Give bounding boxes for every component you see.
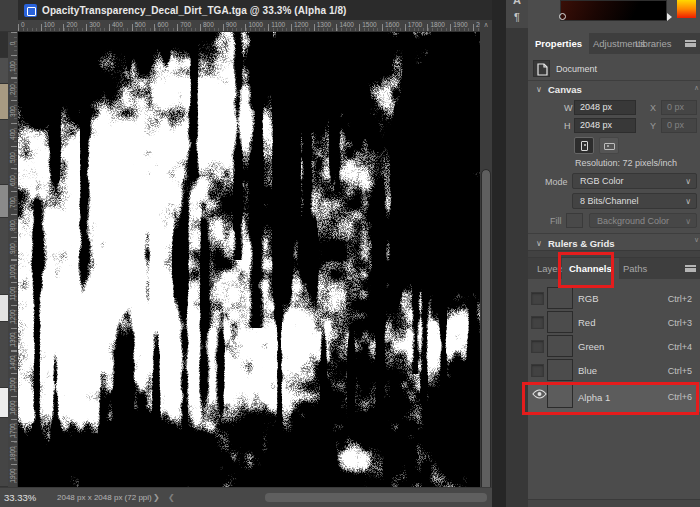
channel-thumbnail (548, 360, 572, 380)
height-label: H (564, 121, 571, 131)
canvas-height-input[interactable]: 2048 px (574, 118, 636, 133)
document-icon (533, 60, 550, 77)
channel-name: Green (578, 334, 604, 359)
orientation-landscape-button[interactable] (599, 137, 619, 154)
rulers-grids-section-title[interactable]: Rulers & Grids (548, 238, 615, 249)
channel-row-red[interactable]: Red Ctrl+3 (528, 310, 700, 335)
mode-select[interactable]: RGB Color ∨ (572, 173, 697, 189)
fill-label: Fill (550, 216, 562, 226)
collapsed-panel-dock: A ¶ (506, 0, 528, 507)
x-label: X (650, 103, 656, 113)
color-field-marker (667, 13, 672, 21)
horizontal-scrollbar-thumb[interactable] (265, 493, 487, 502)
landscape-icon (604, 143, 615, 150)
panel-dock: Properties Adjustments Libraries Documen… (528, 0, 700, 507)
vertical-ruler: 0100200300400500600700800900100011001200… (8, 32, 18, 487)
channel-shortcut: Ctrl+5 (668, 358, 692, 383)
portrait-icon (581, 141, 588, 151)
horizontal-ruler: 0100200300400500600700800900100011001200… (18, 20, 480, 32)
bit-depth-value: 8 Bits/Channel (580, 196, 639, 206)
hue-ramp-slider[interactable] (677, 0, 696, 18)
document-titlebar[interactable]: OpacityTransparency_Decal_Dirt_TGA.tga @… (18, 0, 492, 20)
channel-shortcut: Ctrl+3 (668, 310, 692, 335)
tab-channels[interactable]: Channels (562, 258, 619, 279)
channel-thumbnail (548, 312, 572, 332)
channel-name: Red (578, 310, 595, 335)
chevron-down-icon: ∨ (685, 175, 691, 189)
status-bar: 33.33% 2048 px x 2048 px (72 ppi) ❯ ❮ (0, 487, 492, 507)
panel-divider (528, 250, 700, 258)
fill-color-swatch[interactable] (566, 213, 583, 228)
orientation-portrait-button[interactable] (574, 137, 594, 154)
channel-name: Alpha 1 (578, 382, 610, 412)
document-row-label[interactable]: Document (556, 64, 597, 74)
visibility-checkbox[interactable] (531, 292, 544, 305)
dock-gap (492, 0, 506, 507)
character-panel-icon[interactable]: A (506, 0, 528, 6)
visibility-checkbox[interactable] (531, 340, 544, 353)
fill-value: Background Color (597, 216, 669, 226)
titlebar-corner (0, 0, 18, 20)
ruler-corner (0, 20, 18, 32)
mode-value: RGB Color (580, 176, 624, 186)
y-label: Y (650, 121, 656, 131)
canvas-section-title[interactable]: Canvas (548, 84, 582, 95)
channel-shortcut: Ctrl+2 (668, 286, 692, 311)
channel-name: Blue (578, 358, 597, 383)
visibility-checkbox[interactable] (531, 316, 544, 329)
status-collapser-icon: ❮ (168, 493, 175, 502)
chevron-down-icon: ∨ (685, 215, 691, 229)
bit-depth-select[interactable]: 8 Bits/Channel ∨ (572, 193, 697, 209)
canvas-x-input[interactable]: 0 px (661, 100, 697, 115)
properties-tabbar: Properties Adjustments Libraries (528, 33, 700, 54)
channel-row-blue[interactable]: Blue Ctrl+5 (528, 358, 700, 383)
visibility-checkbox[interactable] (531, 364, 544, 377)
width-label: W (564, 103, 573, 113)
panel-menu-icon[interactable] (685, 265, 696, 272)
canvas-y-input[interactable]: 0 px (661, 118, 697, 133)
vertical-scrollbar-thumb[interactable] (482, 170, 490, 500)
canvas-width-input[interactable]: 2048 px (574, 100, 636, 115)
channel-shortcut: Ctrl+6 (668, 382, 692, 412)
channel-thumbnail (548, 384, 572, 407)
channel-thumbnail (548, 288, 572, 308)
chevron-down-icon: ∨ (685, 195, 691, 209)
tab-paths[interactable]: Paths (616, 258, 654, 279)
zoom-level-field[interactable]: 33.33% (4, 492, 36, 503)
panel-menu-icon[interactable] (685, 40, 696, 47)
file-type-icon (24, 4, 37, 17)
channel-shortcut: Ctrl+4 (668, 334, 692, 359)
mode-label: Mode (545, 177, 568, 187)
resolution-label: Resolution: 72 pixels/inch (575, 158, 677, 168)
channel-name: RGB (578, 286, 599, 311)
tab-libraries[interactable]: Libraries (628, 33, 678, 54)
channel-row-alpha1[interactable]: Alpha 1 Ctrl+6 (528, 382, 700, 412)
paragraph-panel-icon[interactable]: ¶ (506, 11, 528, 23)
tab-properties[interactable]: Properties (528, 33, 589, 54)
left-edge-panel-sliver (0, 32, 8, 487)
canvas-section-chevron-icon[interactable]: ∨ (536, 85, 542, 94)
document-title: OpacityTransparency_Decal_Dirt_TGA.tga @… (42, 5, 347, 16)
panel-scroll-up-icon[interactable]: ∧ (694, 84, 699, 92)
scroll-up-icon[interactable]: ∧ (480, 21, 492, 29)
channels-tabbar: Layers Channels Paths (528, 258, 700, 279)
channel-row-green[interactable]: Green Ctrl+4 (528, 334, 700, 359)
fill-select[interactable]: Background Color ∨ (589, 213, 697, 228)
rulers-section-chevron-icon[interactable]: ∨ (536, 239, 542, 248)
channel-row-rgb[interactable]: RGB Ctrl+2 (528, 286, 700, 311)
visibility-eye-icon[interactable] (532, 389, 547, 399)
color-field-cursor[interactable] (559, 13, 566, 20)
channel-thumbnail (548, 336, 572, 356)
color-field[interactable] (560, 0, 667, 21)
document-info: 2048 px x 2048 px (72 ppi) (57, 493, 152, 502)
canvas-alpha-texture[interactable] (18, 32, 480, 487)
panel-scroll-down-icon[interactable]: ∨ (694, 236, 699, 244)
vertical-scrollbar[interactable]: ∧ (480, 20, 492, 487)
status-expander-icon[interactable]: ❯ (153, 493, 160, 502)
